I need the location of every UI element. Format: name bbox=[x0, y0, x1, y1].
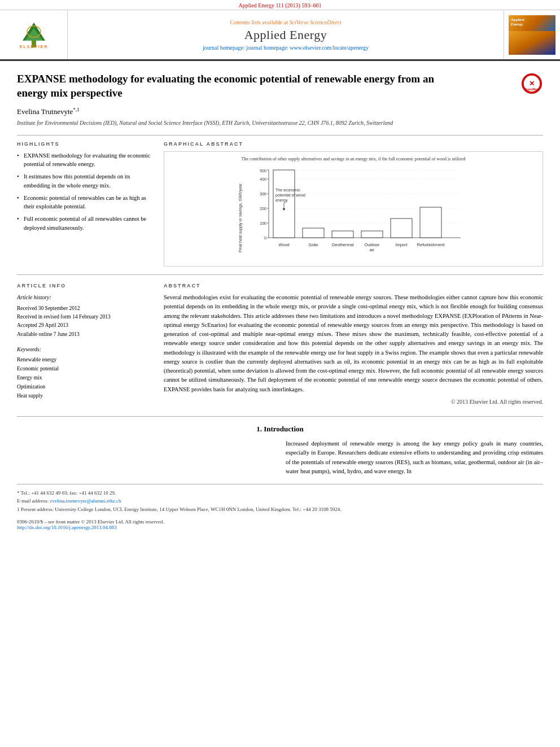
svg-text:Final heat supply or savings, : Final heat supply or savings, GWh/year bbox=[238, 183, 243, 252]
crossmark-icon: ✕ CrossMark bbox=[522, 73, 542, 94]
svg-rect-36 bbox=[361, 231, 383, 238]
footnote-email-row: E-mail address: evelina.trutnevyte@alumn… bbox=[17, 497, 543, 505]
divider-2 bbox=[17, 274, 543, 275]
highlights-header: HIGHLIGHTS bbox=[17, 141, 152, 147]
svg-text:potential of wood: potential of wood bbox=[275, 193, 305, 198]
chart-container: The contribution of other supply alterna… bbox=[164, 151, 543, 267]
svg-text:✕: ✕ bbox=[529, 80, 535, 88]
author-name: Evelina Trutnevyte*,1 bbox=[17, 107, 543, 116]
article-title: EXPANSE methodology for evaluating the e… bbox=[17, 72, 457, 100]
introduction-section: 1. Introduction Increased deployment of … bbox=[17, 416, 543, 476]
keyword-0: Renewable energy bbox=[17, 355, 152, 364]
citation-text: Applied Energy 111 (2013) 593–601 bbox=[239, 2, 322, 8]
history-item-0: Received 30 September 2012 bbox=[17, 304, 152, 313]
svg-rect-5 bbox=[509, 31, 555, 55]
svg-text:air: air bbox=[370, 247, 375, 252]
svg-text:500: 500 bbox=[260, 169, 266, 173]
bottom-bar: 0306-2619/$ – see front matter © 2013 El… bbox=[17, 519, 543, 530]
highlight-item-2: It estimates how this potential depends … bbox=[17, 172, 152, 190]
journal-homepage: journal homepage: journal homepage: www.… bbox=[203, 45, 369, 51]
svg-text:300: 300 bbox=[260, 192, 266, 196]
svg-rect-38 bbox=[420, 207, 441, 238]
elsevier-logo-section: ELSEVIER bbox=[0, 10, 68, 59]
abstract-text: Several methodologies exist for evaluati… bbox=[164, 293, 543, 394]
crossmark-svg: ✕ CrossMark bbox=[523, 73, 541, 94]
article-info-column: ARTICLE INFO Article history: Received 3… bbox=[17, 283, 152, 405]
intro-col-left bbox=[17, 439, 274, 476]
doi-link[interactable]: http://dx.doi.org/10.1016/j.apenergy.201… bbox=[17, 525, 117, 530]
graphical-abstract-header: GRAPHICAL ABSTRACT bbox=[164, 141, 543, 147]
svg-text:100: 100 bbox=[260, 221, 266, 225]
ae-logo-box: AppliedEnergy bbox=[509, 15, 555, 55]
history-item-3: Available online 7 June 2013 bbox=[17, 330, 152, 339]
svg-text:Wood: Wood bbox=[278, 242, 289, 247]
article-info-abstract-section: ARTICLE INFO Article history: Received 3… bbox=[17, 283, 543, 405]
journal-header: ELSEVIER Contents lists available at Sci… bbox=[0, 10, 560, 61]
author-sup: *,1 bbox=[73, 107, 79, 112]
history-item-2: Accepted 29 April 2013 bbox=[17, 321, 152, 330]
elsevier-logo-svg: ELSEVIER bbox=[11, 20, 56, 50]
elsevier-logo: ELSEVIER bbox=[11, 20, 56, 50]
footnotes-section: * Tel.: +41 44 632 49 03; fax: +41 44 63… bbox=[17, 484, 543, 513]
graphical-abstract-column: GRAPHICAL ABSTRACT The contribution of o… bbox=[164, 141, 543, 267]
footnote-email-label: E-mail address: bbox=[17, 498, 49, 504]
intro-text: Increased deployment of renewable energy… bbox=[286, 439, 543, 476]
svg-text:Solar: Solar bbox=[308, 242, 318, 247]
article-history-label: Article history: bbox=[17, 293, 152, 302]
introduction-columns: Increased deployment of renewable energy… bbox=[17, 439, 543, 476]
svg-rect-35 bbox=[332, 231, 353, 238]
homepage-text-label: journal homepage: bbox=[203, 45, 246, 51]
keyword-1: Economic potential bbox=[17, 364, 152, 373]
ae-logo-text: AppliedEnergy bbox=[511, 18, 524, 27]
ae-logo-section: AppliedEnergy bbox=[504, 10, 560, 59]
sciverse-link: Contents lists available at SciVerse Sci… bbox=[230, 19, 341, 25]
chart-title: The contribution of other supply alterna… bbox=[169, 156, 538, 162]
footnote-1: 1 Present address: University College Lo… bbox=[17, 505, 543, 513]
svg-text:CrossMark: CrossMark bbox=[524, 88, 540, 91]
svg-text:Geothermal: Geothermal bbox=[331, 242, 354, 247]
svg-rect-37 bbox=[391, 219, 412, 238]
keywords-label: Keywords: bbox=[17, 344, 152, 354]
keywords-section: Keywords: Renewable energy Economic pote… bbox=[17, 344, 152, 401]
article-info-header: ARTICLE INFO bbox=[17, 283, 152, 289]
svg-text:Import: Import bbox=[395, 242, 408, 247]
copyright-line: © 2013 Elsevier Ltd. All rights reserved… bbox=[164, 399, 543, 405]
svg-rect-34 bbox=[303, 228, 324, 238]
ae-logo-image bbox=[509, 31, 555, 55]
divider-1 bbox=[17, 135, 543, 136]
abstract-header: ABSTRACT bbox=[164, 283, 543, 289]
highlights-graphical-section: HIGHLIGHTS EXPANSE methodology for evalu… bbox=[17, 141, 543, 267]
crossmark-badge[interactable]: ✕ CrossMark bbox=[520, 72, 543, 95]
highlight-item-1: EXPANSE methodology for evaluating the e… bbox=[17, 151, 152, 169]
footnote-email-link[interactable]: evelina.trutnevyte@alumni.ethz.ch bbox=[50, 498, 121, 504]
abstract-column: ABSTRACT Several methodologies exist for… bbox=[164, 283, 543, 405]
svg-text:200: 200 bbox=[260, 207, 266, 211]
title-row: EXPANSE methodology for evaluating the e… bbox=[17, 72, 543, 107]
svg-text:energy: energy bbox=[275, 198, 288, 203]
citation-bar: Applied Energy 111 (2013) 593–601 bbox=[0, 0, 560, 10]
svg-text:0: 0 bbox=[264, 236, 266, 240]
journal-title: Applied Energy bbox=[244, 28, 327, 42]
author-affiliation: Institute for Environmental Decisions (I… bbox=[17, 119, 543, 127]
history-item-1: Received in revised form 14 February 201… bbox=[17, 313, 152, 321]
keyword-3: Optimization bbox=[17, 382, 152, 391]
intro-col-right: Increased deployment of renewable energy… bbox=[286, 439, 543, 476]
graphical-abstract-chart: Final heat supply or savings, GWh/year 0… bbox=[169, 164, 538, 260]
highlight-item-4: Full economic potential of all renewable… bbox=[17, 215, 152, 233]
license-text: 0306-2619/$ – see front matter © 2013 El… bbox=[17, 519, 543, 525]
svg-text:Outdoor: Outdoor bbox=[364, 242, 380, 247]
svg-text:The economic: The economic bbox=[275, 188, 300, 192]
sciverse-name[interactable]: SciVerse ScienceDirect bbox=[289, 19, 341, 25]
introduction-title: 1. Introduction bbox=[17, 425, 543, 434]
highlights-column: HIGHLIGHTS EXPANSE methodology for evalu… bbox=[17, 141, 152, 267]
footnote-star: * Tel.: +41 44 632 49 03; fax: +41 44 63… bbox=[17, 489, 543, 497]
highlights-list: EXPANSE methodology for evaluating the e… bbox=[17, 151, 152, 233]
homepage-url[interactable]: journal homepage: www.elsevier.com/locat… bbox=[246, 45, 369, 51]
keyword-2: Energy mix bbox=[17, 373, 152, 382]
article-history: Article history: Received 30 September 2… bbox=[17, 293, 152, 339]
svg-text:ELSEVIER: ELSEVIER bbox=[19, 45, 48, 49]
svg-text:Refurbishment: Refurbishment bbox=[417, 242, 445, 247]
highlight-item-3: Economic potential of renewables can be … bbox=[17, 194, 152, 212]
keyword-4: Heat supply bbox=[17, 391, 152, 400]
article-content: EXPANSE methodology for evaluating the e… bbox=[0, 61, 560, 541]
